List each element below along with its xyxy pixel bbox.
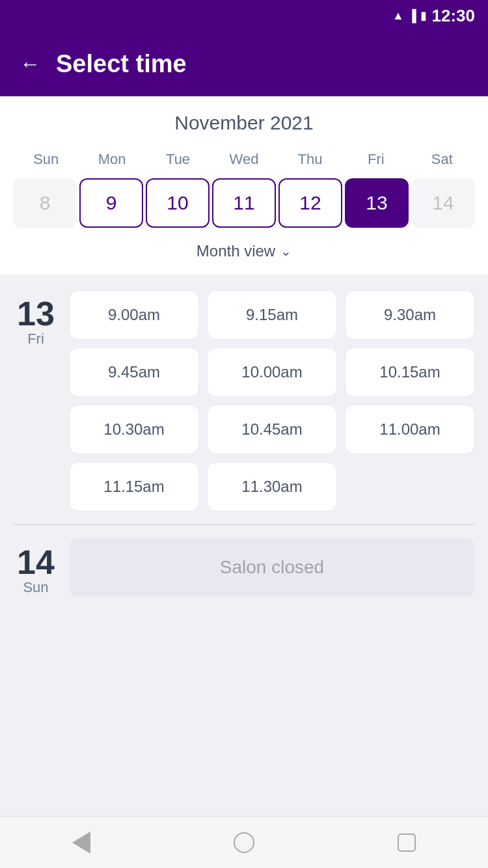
bottom-navigation xyxy=(0,816,488,868)
status-icons: ▲ ▐ ▮ xyxy=(392,8,427,23)
back-nav-icon xyxy=(72,832,90,854)
month-year-label: November 2021 xyxy=(13,112,475,134)
day-14-number: 14 xyxy=(17,545,55,579)
slot-1000am[interactable]: 10.00am xyxy=(207,347,337,397)
slot-1015am[interactable]: 10.15am xyxy=(345,347,475,397)
day-header-tue: Tue xyxy=(145,147,211,172)
day-cell-14[interactable]: 14 xyxy=(411,178,475,228)
month-view-toggle[interactable]: Month view ⌄ xyxy=(13,236,475,264)
slot-1130am[interactable]: 11.30am xyxy=(207,462,337,511)
app-header: ← Select time xyxy=(0,31,488,96)
back-button[interactable]: ← xyxy=(20,52,40,76)
day-14-block: 14 Sun Salon closed xyxy=(13,538,475,610)
salon-closed-label: Salon closed xyxy=(220,557,324,578)
day-cell-8[interactable]: 8 xyxy=(13,178,77,228)
day-cell-12[interactable]: 12 xyxy=(278,178,342,228)
day-header-fri: Fri xyxy=(343,147,409,172)
nav-back-button[interactable] xyxy=(65,826,98,859)
day-header-mon: Mon xyxy=(79,147,144,172)
calendar-week-row: 8 9 10 11 12 13 14 xyxy=(13,178,475,228)
day-14-label: 14 Sun xyxy=(13,539,59,596)
battery-icon: ▮ xyxy=(420,8,427,23)
day-13-name: Fri xyxy=(27,331,44,347)
home-nav-icon xyxy=(234,832,254,853)
day-header-sat: Sat xyxy=(409,147,475,172)
slot-1100am[interactable]: 11.00am xyxy=(345,405,475,454)
wifi-icon: ▲ xyxy=(392,9,404,23)
day-13-label: 13 Fri xyxy=(13,290,59,511)
day-header-wed: Wed xyxy=(211,147,277,172)
day-header-sun: Sun xyxy=(13,147,79,172)
signal-icon: ▐ xyxy=(408,9,416,23)
slot-930am[interactable]: 9.30am xyxy=(345,290,475,340)
time-section: 13 Fri 9.00am 9.15am 9.30am 9.45am 10.00… xyxy=(0,277,488,623)
calendar-section: November 2021 Sun Mon Tue Wed Thu Fri Sa… xyxy=(0,96,488,275)
status-bar: ▲ ▐ ▮ 12:30 xyxy=(0,0,488,31)
slot-1030am[interactable]: 10.30am xyxy=(69,405,199,454)
page-title: Select time xyxy=(56,50,187,78)
day-14-name: Sun xyxy=(23,579,48,596)
day-13-block: 13 Fri 9.00am 9.15am 9.30am 9.45am 10.00… xyxy=(13,290,475,511)
slot-900am[interactable]: 9.00am xyxy=(69,290,199,340)
slot-1115am[interactable]: 11.15am xyxy=(69,462,199,511)
day-cell-13[interactable]: 13 xyxy=(345,178,409,228)
month-view-label: Month view xyxy=(197,242,275,260)
slot-915am[interactable]: 9.15am xyxy=(207,290,337,340)
nav-home-button[interactable] xyxy=(228,826,260,859)
day-cell-9[interactable]: 9 xyxy=(79,178,143,228)
salon-closed-box: Salon closed xyxy=(69,538,475,597)
day-header-thu: Thu xyxy=(277,147,343,172)
slot-1045am[interactable]: 10.45am xyxy=(207,405,337,454)
day-13-number: 13 xyxy=(17,297,55,331)
chevron-down-icon: ⌄ xyxy=(280,243,291,259)
day-13-slots: 9.00am 9.15am 9.30am 9.45am 10.00am 10.1… xyxy=(69,290,475,511)
day-headers: Sun Mon Tue Wed Thu Fri Sat xyxy=(13,147,475,172)
day-cell-10[interactable]: 10 xyxy=(146,178,210,228)
status-time: 12:30 xyxy=(432,6,476,26)
nav-recent-button[interactable] xyxy=(390,826,423,859)
section-divider xyxy=(13,524,475,525)
day-cell-11[interactable]: 11 xyxy=(212,178,276,228)
slot-945am[interactable]: 9.45am xyxy=(69,347,199,397)
recent-nav-icon xyxy=(398,834,416,852)
